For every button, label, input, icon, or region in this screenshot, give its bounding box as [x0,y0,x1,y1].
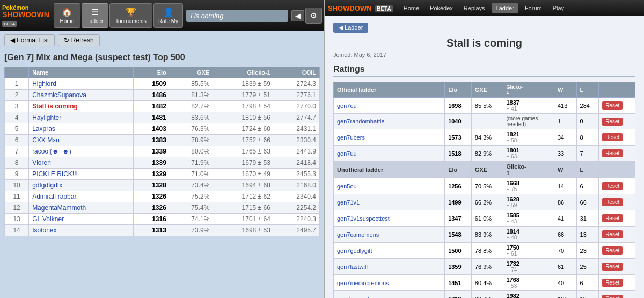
elo-cell: 1481 [133,112,170,123]
name-cell[interactable]: MagentaMammoth [29,202,134,214]
reset-button[interactable]: Reset [602,101,623,110]
glicko-val: 1821+ 58 [503,129,554,146]
reset-button[interactable]: Reset [602,263,623,271]
nav-ladder-button[interactable]: ☰ Ladder [82,3,108,28]
reset-button[interactable]: Reset [602,182,623,190]
nav-home-label: Home [60,18,75,24]
glicko-cell: 1779 ± 51 [213,90,274,101]
nav-rate-button[interactable]: 👤 Rate My [153,3,183,28]
name-cell[interactable]: Vloren [29,157,134,169]
elo-cell: 1328 [133,180,170,191]
reset-button[interactable]: Reset [602,149,623,157]
format-list-button[interactable]: ◀ Format List [4,34,55,46]
nav-tournaments-button[interactable]: 🏆 Tournaments [109,3,152,28]
right-top-nav: SHOWDOWN BETA Home Pokédex Replays Ladde… [325,0,644,16]
glicko-cell: 1724 ± 60 [213,123,274,135]
elo-cell: 1339 [133,157,170,169]
reset-button[interactable]: Reset [602,295,623,298]
gxe-cell: 75.4% [170,202,213,214]
name-cell[interactable]: CXX Mxn [29,135,134,146]
w-val: 86 [554,194,576,210]
name-cell[interactable]: Laxpras [29,123,134,135]
reset-cell: Reset [599,291,635,299]
ladder-name-cell[interactable]: gen7mixandmega [334,291,445,299]
reset-cell: Reset [599,129,635,146]
gxe-val [471,114,503,129]
ladder-name-cell[interactable]: gen7uu [334,146,445,162]
reset-button[interactable]: Reset [602,214,623,222]
ladder-name-cell[interactable]: gen71v1 [334,194,445,210]
gxe-val: 70.5% [471,178,503,194]
gxe-val: 80.4% [471,275,503,291]
glicko-val: 1768+ 53 [503,275,554,291]
name-cell[interactable]: ChazmicSupanova [29,90,134,101]
gxe-val: 84.3% [471,129,503,146]
ladder-name-cell[interactable]: gen7lastwill [334,259,445,275]
right-nav-forum[interactable]: Forum [521,3,546,13]
glicko-val: 1982+ 49 [503,291,554,299]
elo-cell: 1326 [133,202,170,214]
ladder-name-cell[interactable]: gen7ou [334,98,445,114]
right-nav-replays[interactable]: Replays [459,3,489,13]
name-cell[interactable]: Haylighter [29,112,134,123]
coil-cell: 2431.1 [274,123,319,135]
l-val: 7 [576,146,599,162]
ladder-name-cell[interactable]: gen7ubers [334,129,445,146]
name-cell[interactable]: AdmiralTrapbar [29,191,134,202]
w-val: 41 [554,210,576,227]
name-cell[interactable]: GL Volkner [29,214,134,225]
reset-button[interactable]: Reset [602,133,623,141]
name-cell[interactable]: gdfgdfgdfx [29,180,134,191]
right-nav-pokedex[interactable]: Pokédex [426,3,457,13]
name-cell[interactable]: PICKLE RICK!!! [29,169,134,180]
reset-button[interactable]: Reset [602,118,623,126]
ratings-row: gen7ubers 1573 84.3% 1821+ 58 34 8 Reset [334,129,635,146]
rank-cell: 14 [5,225,29,236]
ladder-name-cell[interactable]: gen7randombattle [334,114,445,129]
reset-button[interactable]: Reset [602,198,623,206]
chat-prev-button[interactable]: ◀ [291,10,304,21]
ladder-name-cell[interactable]: gen7camomons [334,227,445,243]
right-nav-ladder[interactable]: Ladder [492,3,518,13]
elo-val: 1719 [445,291,472,299]
reset-button[interactable]: Reset [602,230,623,238]
reset-button[interactable]: Reset [602,246,623,255]
joined-text: Joined: May 6, 2017 [333,52,635,58]
rt-col-l: L [576,82,599,98]
ratings-row: gen7mixandmega 1719 92.7% 1982+ 49 101 1… [334,291,635,299]
name-cell[interactable]: racool(☻_☻) [29,146,134,157]
nav-tournaments-label: Tournaments [115,18,147,24]
nav-home-button[interactable]: 🏠 Home [54,3,80,28]
ladder-name-cell[interactable]: gen7mediocremons [334,275,445,291]
left-content: [Gen 7] Mix and Mega (suspect test) Top … [0,49,324,298]
ladder-back-button[interactable]: ◀ Ladder [333,23,368,33]
name-cell[interactable]: Isotonex [29,225,134,236]
table-row: 7 racool(☻_☻) 1339 80.0% 1765 ± 63 2443.… [5,146,320,157]
table-row: 8 Vloren 1339 71.9% 1679 ± 53 2418.4 [5,157,320,169]
col-glicko: Glicko-1 [213,67,274,78]
settings-button[interactable]: ⚙ [305,8,322,24]
right-logo: SHOWDOWN BETA [328,4,393,12]
right-nav-home[interactable]: Home [399,3,423,13]
right-nav-play[interactable]: Play [548,3,568,13]
ladder-name-cell[interactable]: gen7godlygift [334,243,445,259]
w-val: 101 [554,291,576,299]
name-cell[interactable]: Stall is coming [29,101,134,112]
glicko-val: 1814+ 48 [503,227,554,243]
elo-val: 1500 [445,243,472,259]
ladder-name-cell[interactable]: gen71v1suspecttest [334,210,445,227]
col-elo: Elo [133,67,170,78]
right-content: ◀ Ladder Stall is coming Joined: May 6, … [325,16,644,298]
name-cell[interactable]: Highlord [29,78,134,90]
ladder-name-cell[interactable]: gen5ou [334,178,445,194]
coil-cell: 2443.9 [274,146,319,157]
rt-col-elo: Elo [445,82,472,98]
refresh-button[interactable]: ↻ Refresh [58,34,99,46]
chat-area: l is coming [186,10,288,22]
action-bar: ◀ Format List ↻ Refresh [0,31,324,49]
gxe-val: 85.5% [471,98,503,114]
nav-ladder-label: Ladder [86,18,103,24]
reset-button[interactable]: Reset [602,279,623,287]
gxe-cell: 83.6% [170,112,213,123]
rt-col-glicko: Glicko-1 [503,82,554,98]
